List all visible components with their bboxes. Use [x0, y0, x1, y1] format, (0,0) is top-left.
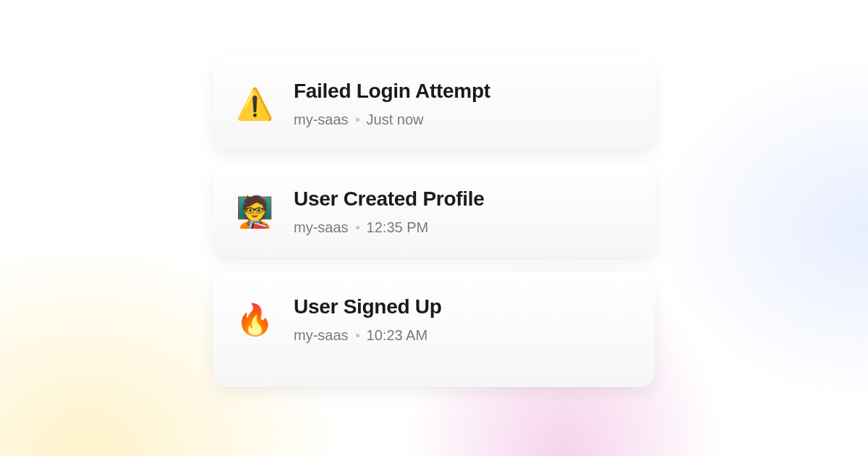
separator-dot: [356, 226, 359, 229]
teacher-icon: 🧑‍🏫: [237, 195, 272, 229]
notification-title: User Created Profile: [294, 187, 485, 211]
timestamp: 10:23 AM: [367, 327, 428, 344]
notification-title: User Signed Up: [294, 295, 442, 318]
separator-dot: [356, 334, 359, 337]
notification-card[interactable]: 🔥 User Signed Up my-saas 10:23 AM: [213, 272, 655, 387]
notification-list: ⚠️ Failed Login Attempt my-saas Just now…: [0, 0, 868, 456]
notification-meta: my-saas 12:35 PM: [294, 219, 485, 236]
timestamp: 12:35 PM: [367, 219, 429, 236]
separator-dot: [356, 118, 359, 122]
timestamp: Just now: [367, 111, 424, 128]
project-label: my-saas: [294, 327, 349, 344]
notification-content: User Created Profile my-saas 12:35 PM: [294, 187, 485, 236]
notification-card[interactable]: 🧑‍🏫 User Created Profile my-saas 12:35 P…: [213, 164, 655, 258]
notification-meta: my-saas 10:23 AM: [294, 327, 442, 344]
project-label: my-saas: [294, 111, 349, 128]
notification-card[interactable]: ⚠️ Failed Login Attempt my-saas Just now: [213, 56, 655, 150]
notification-content: User Signed Up my-saas 10:23 AM: [294, 295, 442, 344]
notification-title: Failed Login Attempt: [294, 80, 490, 103]
fire-icon: 🔥: [237, 303, 272, 337]
notification-meta: my-saas Just now: [294, 111, 490, 128]
project-label: my-saas: [294, 219, 349, 236]
notification-content: Failed Login Attempt my-saas Just now: [294, 80, 490, 128]
warning-icon: ⚠️: [237, 87, 272, 122]
